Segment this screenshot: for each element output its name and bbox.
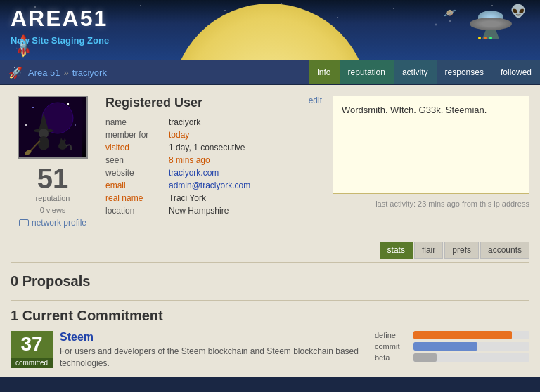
nav-rocket-icon: 🚀 [8,66,22,79]
info-row-email: email admin@traciyork.com [105,181,322,190]
svg-point-12 [32,107,34,108]
reputation-label: reputation [36,194,70,202]
svg-point-13 [68,103,69,105]
tab-responses[interactable]: responses [437,60,492,84]
views-count: 0 views [40,206,66,214]
svg-point-14 [75,124,76,126]
svg-point-15 [25,124,27,126]
bar-label-commit: commit [375,342,413,351]
bar-label-beta: beta [375,353,413,362]
breadcrumb-user-link[interactable]: traciyork [72,67,107,78]
nav-bar: 🚀 Area 51 » traciyork info reputation ac… [0,60,540,85]
value-visited: 1 day, 1 consecutive [169,143,245,152]
label-name: name [105,117,169,127]
bar-beta: beta [375,353,529,362]
value-website[interactable]: traciyork.com [169,168,219,178]
bar-track-commit [413,342,529,351]
info-row-visited: visited 1 day, 1 consecutive [105,143,322,152]
avatar-svg [19,97,82,157]
proposals-section: 0 Proposals [0,263,540,300]
reputation-number: 51 [37,164,69,192]
bar-track-define [413,331,529,339]
info-row-website: website traciyork.com [105,168,322,178]
main-content: 51 reputation 0 views network profile Re… [0,85,540,377]
commitment-bars: define commit beta [375,331,529,365]
info-row-seen: seen 8 mins ago [105,155,322,165]
info-row-member: member for today [105,130,322,140]
bar-commit: commit [375,342,529,351]
profile-left: 51 reputation 0 views network profile [11,96,95,228]
commitment-section: 1 Current Commitment 37 committed Steem … [0,301,540,377]
proposals-title: 0 Proposals [11,273,529,289]
committed-badge: 37 committed [11,331,53,368]
stats-tab-prefs[interactable]: prefs [444,242,479,259]
alien-icon: 👽 [510,4,526,19]
bar-fill-define [413,331,512,339]
label-seen: seen [105,155,169,165]
commitment-item: 37 committed Steem For users and develop… [11,331,529,370]
nav-tabs: info reputation activity responses follo… [309,60,540,84]
committed-label: committed [11,358,53,368]
bar-define: define [375,331,529,339]
commitment-title: 1 Current Commitment [11,308,529,324]
breadcrumb-sep: » [64,67,69,78]
value-email[interactable]: admin@traciyork.com [169,181,250,190]
info-row-location: location New Hampshire [105,206,322,216]
label-visited: visited [105,143,169,152]
info-table: name traciyork member for today visited … [105,117,322,216]
value-location: New Hampshire [169,206,229,216]
edit-link[interactable]: edit [309,96,322,105]
label-member: member for [105,130,169,140]
user-role-title: Registered User [105,96,202,110]
bio-box: Wordsmith. WItch. G33k. Steemian. [333,96,529,194]
profile-section: 51 reputation 0 views network profile Re… [0,85,540,238]
value-member: today [169,130,189,140]
site-title: AREA51 [11,6,108,32]
profile-header: Registered User edit [105,96,322,110]
bio-text: Wordsmith. WItch. G33k. Steemian. [342,105,520,115]
commitment-name[interactable]: Steem [60,331,368,344]
breadcrumb: 🚀 Area 51 » traciyork [0,66,309,79]
stats-tab-flair[interactable]: flair [414,242,443,259]
tab-reputation[interactable]: reputation [340,60,394,84]
label-realname: real name [105,193,169,203]
value-realname: Traci York [169,193,206,203]
bar-track-beta [413,353,529,362]
commitment-info: Steem For users and developers of the St… [60,331,368,370]
hero-header: 🪐 👽 🚀 AREA51 New Site Staging Zone [0,0,540,60]
avatar-container [18,96,88,159]
network-icon [19,219,29,226]
tab-activity[interactable]: activity [394,60,437,84]
label-website: website [105,168,169,178]
bar-fill-commit [413,342,477,351]
svg-point-9 [60,140,65,145]
tab-followed[interactable]: followed [492,60,540,84]
profile-right: Wordsmith. WItch. G33k. Steemian. last a… [333,96,529,228]
bar-label-define: define [375,331,413,339]
info-row-realname: real name Traci York [105,193,322,203]
tab-info[interactable]: info [309,60,339,84]
profile-center: Registered User edit name traciyork memb… [105,96,322,228]
stats-tab-accounts[interactable]: accounts [480,242,529,259]
network-profile-label: network profile [32,218,86,228]
breadcrumb-site-link[interactable]: Area 51 [28,67,60,78]
stats-tabs-bar: stats flair prefs accounts [0,238,540,262]
stats-tab-stats[interactable]: stats [380,242,413,259]
planet-icon: 🪐 [444,7,456,18]
value-seen: 8 mins ago [169,155,210,165]
label-email: email [105,181,169,190]
network-profile-link[interactable]: network profile [19,218,86,228]
svg-point-5 [38,136,49,150]
info-row-name: name traciyork [105,117,322,127]
site-subtitle: New Site Staging Zone [11,35,109,46]
committed-number: 37 [11,331,53,358]
bar-fill-beta [413,353,437,362]
avatar-image [19,97,86,157]
last-activity: last activity: 23 mins ago from this ip … [333,200,529,208]
value-name: traciyork [169,117,200,127]
commitment-desc: For users and developers of the Steem bl… [60,346,368,370]
label-location: location [105,206,169,216]
